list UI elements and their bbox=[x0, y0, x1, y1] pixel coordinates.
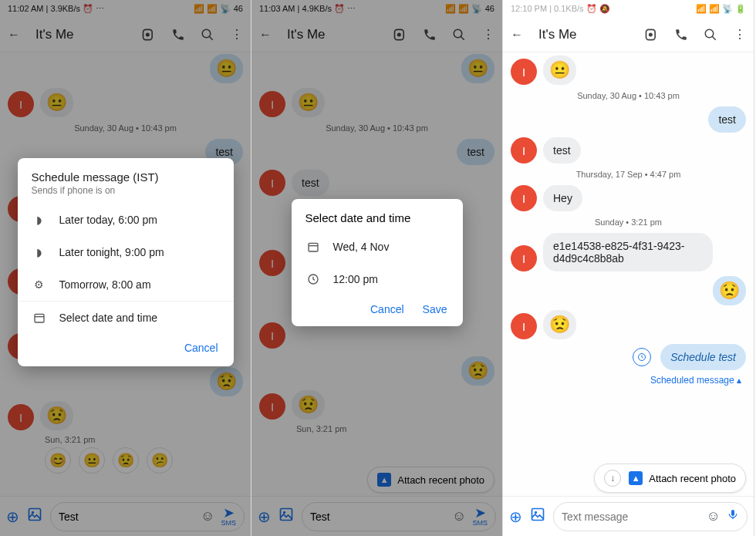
search-icon[interactable] bbox=[451, 27, 467, 42]
message-input[interactable] bbox=[562, 511, 700, 523]
svg-point-7 bbox=[397, 32, 401, 36]
save-button[interactable]: Save bbox=[423, 303, 447, 315]
recv-message[interactable]: Hey bbox=[543, 185, 582, 211]
sent-emoji: 😐 bbox=[210, 54, 243, 83]
svg-line-9 bbox=[461, 36, 464, 40]
svg-point-0 bbox=[146, 32, 150, 36]
avatar[interactable]: I bbox=[8, 91, 34, 117]
image-icon: ▲ bbox=[629, 471, 643, 485]
back-icon[interactable]: ← bbox=[6, 27, 22, 42]
add-icon[interactable]: ⊕ bbox=[258, 507, 271, 526]
send-button[interactable]: ➤SMS bbox=[221, 506, 236, 527]
svg-rect-12 bbox=[309, 243, 318, 251]
attach-photo-chip[interactable]: ▲ Attach recent photo bbox=[367, 467, 494, 493]
gallery-icon[interactable] bbox=[27, 507, 42, 526]
emoji-icon[interactable]: ☺ bbox=[201, 508, 214, 524]
svg-rect-3 bbox=[29, 509, 41, 521]
back-icon[interactable]: ← bbox=[258, 27, 273, 42]
dialog-subtitle: Sends if phone is on bbox=[32, 185, 220, 196]
schedule-option-later-tonight[interactable]: ◗Later tonight, 9:00 pm bbox=[18, 236, 234, 268]
recv-emoji: 😐 bbox=[292, 88, 325, 117]
avatar[interactable]: I bbox=[259, 91, 285, 117]
scheduled-message[interactable]: Schedule test bbox=[660, 344, 746, 370]
sent-emoji: 😟 bbox=[210, 367, 243, 396]
emoji-icon[interactable]: ☺ bbox=[707, 508, 721, 524]
back-icon[interactable]: ← bbox=[509, 27, 525, 42]
sent-message[interactable]: test bbox=[457, 139, 494, 165]
calendar-icon bbox=[32, 312, 47, 324]
call-icon[interactable] bbox=[673, 27, 689, 42]
timestamp: Sunday, 30 Aug • 10:43 pm bbox=[8, 123, 243, 133]
image-icon: ▲ bbox=[377, 473, 391, 487]
conversation-title[interactable]: It's Me bbox=[287, 27, 379, 42]
svg-rect-21 bbox=[731, 510, 734, 516]
date-picker-row[interactable]: Wed, 4 Nov bbox=[292, 231, 463, 263]
schedule-option-select-datetime[interactable]: Select date and time bbox=[18, 302, 234, 334]
clock-icon bbox=[305, 273, 321, 285]
sent-message[interactable]: test bbox=[708, 106, 746, 133]
recv-message[interactable]: test bbox=[543, 137, 581, 163]
avatar[interactable]: I bbox=[259, 322, 285, 349]
schedule-option-tomorrow[interactable]: ⚙Tomorrow, 8:00 am bbox=[18, 268, 234, 301]
gallery-icon[interactable] bbox=[278, 507, 294, 526]
svg-line-2 bbox=[209, 36, 213, 40]
chat-area: I😐 Sunday, 30 Aug • 10:43 pm test Itest … bbox=[503, 52, 754, 496]
phone-screen-2: 11:03 AM | 4.9KB/s ⏰ ⋯ 📶 📶 📡 46 ← It's M… bbox=[251, 0, 503, 536]
avatar[interactable]: I bbox=[511, 137, 537, 163]
app-bar: ← It's Me ⋮ bbox=[503, 17, 754, 52]
gallery-icon[interactable] bbox=[530, 507, 545, 526]
dialog-title: Schedule message (IST) bbox=[32, 170, 220, 184]
timestamp: Sunday, 30 Aug • 10:43 pm bbox=[511, 91, 746, 100]
timestamp: Sunday • 3:21 pm bbox=[511, 217, 746, 227]
avatar[interactable]: I bbox=[259, 393, 285, 420]
avatar[interactable]: I bbox=[511, 59, 537, 85]
message-input-container: ☺ ➤SMS bbox=[50, 502, 245, 531]
avatar[interactable]: I bbox=[8, 404, 34, 430]
conversation-title[interactable]: It's Me bbox=[538, 27, 630, 42]
scheduled-message-link[interactable]: Scheduled message ▴ bbox=[511, 375, 746, 386]
avatar[interactable]: I bbox=[259, 170, 285, 196]
time-picker-row[interactable]: 12:00 pm bbox=[292, 263, 463, 295]
emoji-option[interactable]: 😟 bbox=[113, 447, 139, 474]
call-icon[interactable] bbox=[422, 27, 437, 42]
more-icon[interactable]: ⋮ bbox=[229, 27, 245, 42]
avatar[interactable]: I bbox=[511, 245, 537, 271]
add-icon[interactable]: ⊕ bbox=[6, 507, 19, 526]
video-call-icon[interactable] bbox=[393, 27, 408, 42]
call-icon[interactable] bbox=[170, 27, 186, 42]
sent-emoji: 😐 bbox=[461, 54, 494, 83]
message-input[interactable] bbox=[59, 511, 194, 523]
svg-rect-5 bbox=[35, 314, 44, 322]
timestamp-small: Sun, 3:21 pm bbox=[45, 435, 243, 444]
cancel-button[interactable]: Cancel bbox=[370, 303, 404, 315]
avatar[interactable]: I bbox=[259, 250, 285, 276]
add-icon[interactable]: ⊕ bbox=[509, 507, 522, 526]
avatar[interactable]: I bbox=[511, 185, 537, 211]
recv-emoji: 😟 bbox=[292, 390, 325, 420]
conversation-title[interactable]: It's Me bbox=[35, 27, 127, 42]
mic-icon[interactable] bbox=[727, 508, 739, 524]
send-button[interactable]: ➤SMS bbox=[472, 506, 488, 527]
emoji-option[interactable]: 😊 bbox=[45, 447, 71, 474]
recv-message[interactable]: e1e14538-e825-4f31-9423-d4d9c4c8b8ab bbox=[543, 233, 713, 271]
attach-photo-chip[interactable]: ↓ ▲ Attach recent photo bbox=[594, 464, 746, 493]
emoji-option[interactable]: 😐 bbox=[79, 447, 105, 474]
gear-icon: ⚙ bbox=[32, 278, 47, 291]
timestamp: Thursday, 17 Sep • 4:47 pm bbox=[511, 170, 746, 179]
message-input[interactable] bbox=[310, 511, 446, 523]
recv-emoji: 😐 bbox=[543, 56, 576, 85]
cancel-button[interactable]: Cancel bbox=[184, 342, 218, 354]
recv-message[interactable]: test bbox=[292, 170, 329, 196]
search-icon[interactable] bbox=[703, 27, 718, 42]
video-call-icon[interactable] bbox=[141, 27, 157, 42]
more-icon[interactable]: ⋮ bbox=[481, 27, 496, 42]
status-bar: 11:02 AM | 3.9KB/s ⏰ ⋯ 📶 📶 📡 46 bbox=[0, 0, 251, 17]
emoji-option[interactable]: 😕 bbox=[147, 447, 173, 474]
svg-point-16 bbox=[705, 29, 714, 38]
emoji-icon[interactable]: ☺ bbox=[452, 508, 466, 524]
avatar[interactable]: I bbox=[511, 313, 537, 339]
schedule-option-later-today[interactable]: ◗Later today, 6:00 pm bbox=[18, 204, 234, 236]
video-call-icon[interactable] bbox=[644, 27, 660, 42]
search-icon[interactable] bbox=[200, 27, 215, 42]
more-icon[interactable]: ⋮ bbox=[732, 27, 748, 42]
